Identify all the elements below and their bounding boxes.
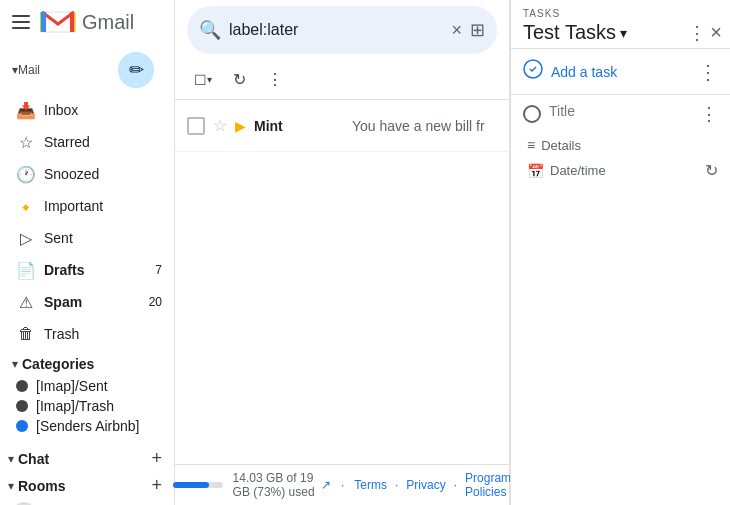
drafts-label: Drafts [44, 262, 147, 278]
gmail-logo-svg [40, 8, 76, 36]
add-task-icon [523, 59, 543, 84]
storage-external-link-icon[interactable]: ↗ [321, 478, 331, 492]
more-options-button[interactable]: ⋮ [259, 64, 291, 96]
task-details-icon: ≡ [527, 137, 535, 153]
tasks-close-button[interactable]: × [710, 21, 722, 44]
storage-info: 14.03 GB of 19 GB (73%) used ↗ [173, 471, 331, 499]
footer-separator-3: · [454, 478, 457, 492]
search-icon: 🔍 [199, 19, 221, 41]
main-content: 🔍 × ⊞ ☐ ▾ ↻ ⋮ ☆ ▶ Mint You have a new bi… [175, 0, 510, 505]
task-item-more-icon[interactable]: ⋮ [700, 103, 718, 125]
storage-fill [173, 482, 209, 488]
inbox-label: Inbox [44, 102, 162, 118]
tasks-section-label: TASKS [511, 0, 730, 19]
gmail-text: Gmail [82, 11, 134, 34]
cat-label-imap-sent: [Imap]/Sent [36, 378, 108, 394]
select-all-button[interactable]: ☐ ▾ [187, 64, 219, 96]
rooms-chevron: ▾ [8, 479, 14, 493]
tasks-header-actions: ⋮ × [688, 21, 722, 44]
nav-items: 📥 Inbox ☆ Starred 🕐 Snoozed ⬥ Important … [0, 94, 174, 350]
tasks-title-row: Test Tasks ▾ ⋮ × [511, 19, 730, 48]
inbox-icon: 📥 [16, 101, 36, 120]
add-task-svg-icon [523, 59, 543, 79]
task-repeat-icon[interactable]: ↻ [705, 161, 718, 180]
spam-icon: ⚠ [16, 293, 36, 312]
snoozed-icon: 🕐 [16, 165, 36, 184]
nav-item-snoozed[interactable]: 🕐 Snoozed [0, 158, 174, 190]
nav-item-starred[interactable]: ☆ Starred [0, 126, 174, 158]
sent-label: Sent [44, 230, 162, 246]
task-datetime-icon: 📅 [527, 163, 544, 179]
cat-item-imap-sent[interactable]: [Imap]/Sent [0, 376, 174, 396]
room-item-1[interactable] [0, 498, 174, 505]
storage-bar [173, 482, 223, 488]
select-all-icon: ☐ [194, 72, 207, 88]
nav-item-inbox[interactable]: 📥 Inbox [0, 94, 174, 126]
cat-dot-imap-trash [16, 400, 28, 412]
program-policies-link[interactable]: Program Policies [465, 471, 511, 499]
chat-label: Chat [18, 451, 49, 467]
nav-item-sent[interactable]: ▷ Sent [0, 222, 174, 254]
gmail-logo: Gmail [40, 8, 134, 36]
nav-item-drafts[interactable]: 📄 Drafts 7 [0, 254, 174, 286]
rooms-section-left: ▾ Rooms [8, 478, 65, 494]
more-options-icon: ⋮ [267, 70, 283, 89]
cat-label-imap-trash: [Imap]/Trash [36, 398, 114, 414]
terms-link[interactable]: Terms [354, 478, 387, 492]
sent-icon: ▷ [16, 229, 36, 248]
task-title-input[interactable] [549, 103, 692, 119]
cat-dot-imap-sent [16, 380, 28, 392]
task-details-label: Details [541, 138, 581, 153]
tasks-dropdown-icon[interactable]: ▾ [620, 25, 627, 41]
snoozed-label: Snoozed [44, 166, 162, 182]
task-datetime-item[interactable]: 📅 Date/time ↻ [511, 157, 730, 184]
task-content [549, 103, 692, 119]
tasks-title-text: Test Tasks [523, 21, 616, 44]
task-details-item[interactable]: ≡ Details [511, 133, 730, 157]
chat-section[interactable]: ▾ Chat + [0, 444, 174, 471]
nav-item-trash[interactable]: 🗑 Trash [0, 318, 174, 350]
categories-toggle[interactable]: ▾ Categories [0, 352, 174, 376]
spam-label: Spam [44, 294, 141, 310]
email-sender: Mint [254, 118, 344, 134]
table-row[interactable]: ☆ ▶ Mint You have a new bill fr [175, 100, 509, 152]
task-circle[interactable] [523, 105, 541, 123]
refresh-icon: ↻ [233, 70, 246, 89]
trash-icon: 🗑 [16, 325, 36, 343]
categories-label: Categories [22, 356, 94, 372]
cat-label-senders-airbnb: [Senders Airbnb] [36, 418, 140, 434]
rooms-section[interactable]: ▾ Rooms + [0, 471, 174, 498]
tasks-menu-icon[interactable]: ⋮ [688, 22, 706, 44]
toolbar: ☐ ▾ ↻ ⋮ [175, 60, 509, 100]
search-options-button[interactable]: ⊞ [470, 19, 485, 41]
task-datetime-left: 📅 Date/time [527, 163, 606, 179]
hamburger-menu[interactable] [12, 15, 30, 29]
privacy-link[interactable]: Privacy [406, 478, 445, 492]
add-task-row[interactable]: Add a task ⋮ [511, 49, 730, 94]
nav-item-spam[interactable]: ⚠ Spam 20 [0, 286, 174, 318]
add-task-more-icon[interactable]: ⋮ [698, 60, 718, 84]
cat-item-imap-trash[interactable]: [Imap]/Trash [0, 396, 174, 416]
search-input[interactable] [229, 21, 443, 39]
categories-chevron: ▾ [12, 357, 18, 371]
mail-section-header[interactable]: ▾ Mail ✏ [0, 44, 174, 94]
footer: 14.03 GB of 19 GB (73%) used ↗ · Terms ·… [175, 464, 509, 505]
compose-icon: ✏ [129, 59, 144, 81]
refresh-button[interactable]: ↻ [223, 64, 255, 96]
email-star-icon[interactable]: ☆ [213, 116, 227, 135]
add-task-label: Add a task [551, 64, 690, 80]
compose-button[interactable]: ✏ [118, 52, 154, 88]
chat-add-button[interactable]: + [151, 448, 162, 469]
cat-item-senders-airbnb[interactable]: [Senders Airbnb] [0, 416, 174, 436]
cat-dot-senders-airbnb [16, 420, 28, 432]
email-important-icon[interactable]: ▶ [235, 118, 246, 134]
rooms-add-button[interactable]: + [151, 475, 162, 496]
nav-item-important[interactable]: ⬥ Important [0, 190, 174, 222]
trash-label: Trash [44, 326, 162, 342]
select-dropdown-icon: ▾ [207, 74, 212, 85]
search-bar: 🔍 × ⊞ [187, 6, 497, 54]
email-checkbox[interactable] [187, 117, 205, 135]
search-clear-button[interactable]: × [451, 20, 462, 41]
footer-separator-1: · [341, 478, 344, 492]
tasks-panel: TASKS Test Tasks ▾ ⋮ × Add a task ⋮ ⋮ [510, 0, 730, 505]
